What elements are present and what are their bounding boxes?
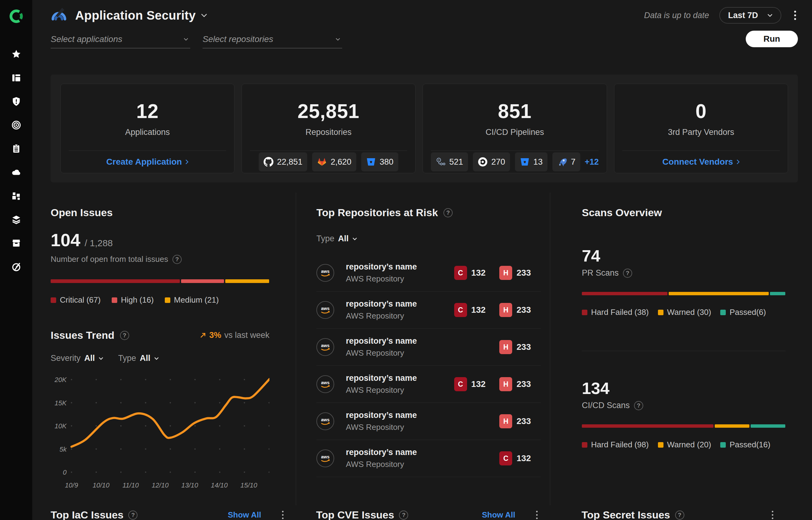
time-range-select[interactable]: Last 7D xyxy=(719,7,781,24)
top-cve-issues-title: Top CVE Issues xyxy=(316,509,394,520)
bitbucket-repos-chip[interactable]: 380 xyxy=(361,152,398,172)
dashboard-icon xyxy=(11,73,22,83)
repo-type-select[interactable]: TypeAll xyxy=(316,234,357,243)
help-icon[interactable]: ? xyxy=(675,511,684,520)
header-right: Data is up to date Last 7D xyxy=(644,7,798,24)
help-icon[interactable]: ? xyxy=(120,331,129,340)
svg-text:10/9: 10/9 xyxy=(65,482,78,489)
applications-select-placeholder: Select applications xyxy=(51,34,183,44)
cve-show-all-link[interactable]: Show All xyxy=(482,510,515,520)
repositories-label: Repositories xyxy=(305,128,351,137)
page-header: Application Security Data is up to date … xyxy=(51,0,798,31)
scans-overview-title: Scans Overview xyxy=(582,207,662,218)
open-issues-panel: Open Issues 104 / 1,288 Number of open f… xyxy=(51,192,296,505)
azure-pipelines-chip[interactable]: 7 xyxy=(552,152,580,172)
help-icon[interactable]: ? xyxy=(172,255,182,264)
chevron-down-icon xyxy=(352,237,357,240)
aws-avatar-icon: aws xyxy=(316,412,334,430)
help-icon[interactable]: ? xyxy=(128,511,138,520)
legend-passed: Passed(6) xyxy=(720,308,766,317)
create-application-link[interactable]: Create Application xyxy=(106,157,189,167)
header-more-menu[interactable] xyxy=(792,9,798,22)
pr-scans-count: 74 xyxy=(582,246,786,265)
data-status-text: Data is up to date xyxy=(644,11,709,20)
circleci-icon xyxy=(478,157,488,167)
svg-text:aws: aws xyxy=(321,454,329,459)
sidebar-item-layers[interactable] xyxy=(0,208,32,231)
top-secret-issues-header: Top Secret Issues? xyxy=(550,505,798,520)
repo-name: repository’s name xyxy=(346,411,417,420)
time-range-value: Last 7D xyxy=(728,11,758,20)
github-actions-chip[interactable]: 521 xyxy=(431,152,468,172)
sidebar-item-reports[interactable] xyxy=(0,137,32,160)
applications-card: 12 Applications Create Application xyxy=(60,84,235,173)
title-chevron-down-icon[interactable] xyxy=(201,13,207,18)
bottom-sections: Top IaC Issues? Show All Top CVE Issues?… xyxy=(51,505,798,520)
sidebar xyxy=(0,0,32,520)
bitbucket-pipelines-chip[interactable]: 13 xyxy=(515,152,547,172)
svg-text:0: 0 xyxy=(63,468,67,476)
module-gauge-icon xyxy=(51,6,67,24)
repositories-select[interactable]: Select repositories xyxy=(202,31,342,48)
help-icon[interactable]: ? xyxy=(443,208,453,217)
repo-row[interactable]: aws repository’s nameAWS Repository C132… xyxy=(316,366,541,403)
connect-vendors-link[interactable]: Connect Vendors xyxy=(662,157,740,167)
repo-row[interactable]: aws repository’s nameAWS Repository H233 xyxy=(316,329,541,366)
secrets-more-menu[interactable] xyxy=(770,509,775,520)
svg-text:aws: aws xyxy=(321,343,329,348)
sidebar-item-security-alerts[interactable] xyxy=(0,89,32,113)
sidebar-item-marketplace[interactable] xyxy=(0,231,32,255)
severity-filter-select[interactable]: SeverityAll xyxy=(51,354,103,363)
help-icon[interactable]: ? xyxy=(634,401,643,410)
open-issues-subtitle: Number of open from total issues xyxy=(51,255,168,264)
gitlab-icon xyxy=(317,157,327,167)
open-issues-total: / 1,288 xyxy=(85,238,113,248)
repo-row[interactable]: aws repository’s nameAWS Repository H233 xyxy=(316,403,541,440)
help-icon[interactable]: ? xyxy=(623,268,632,278)
repo-row[interactable]: aws repository’s nameAWS Repository C132… xyxy=(316,255,541,292)
legend-critical: Critical (67) xyxy=(51,295,101,305)
help-icon[interactable]: ? xyxy=(399,511,408,520)
top-iac-issues-title: Top IaC Issues xyxy=(51,509,123,520)
run-button[interactable]: Run xyxy=(746,31,798,47)
type-filter-select[interactable]: TypeAll xyxy=(118,354,159,363)
iac-show-all-link[interactable]: Show All xyxy=(228,510,261,520)
top-repos-title-row: Top Repositories at Risk ? xyxy=(316,207,541,218)
sidebar-item-gauge[interactable] xyxy=(0,255,32,278)
high-badge: H233 xyxy=(499,377,531,391)
applications-select[interactable]: Select applications xyxy=(51,31,190,48)
repositories-chevron-down-icon xyxy=(336,38,340,41)
sidebar-item-dashboard[interactable] xyxy=(0,66,32,89)
sidebar-item-favorites[interactable] xyxy=(0,42,32,66)
svg-text:10/10: 10/10 xyxy=(93,482,110,489)
sidebar-item-cloud[interactable] xyxy=(0,160,32,184)
sidebar-item-targets[interactable] xyxy=(0,113,32,137)
cve-more-menu[interactable] xyxy=(534,509,540,520)
pipelines-more-link[interactable]: +12 xyxy=(585,157,599,167)
repo-row[interactable]: aws repository’s nameAWS Repository C132 xyxy=(316,440,541,477)
legend-warned: Warned (20) xyxy=(658,440,711,449)
repo-row[interactable]: aws repository’s nameAWS Repository C132… xyxy=(316,292,541,329)
sidebar-item-integrations[interactable] xyxy=(0,184,32,208)
bitbucket-icon xyxy=(366,157,376,167)
gitlab-repos-chip[interactable]: 2,620 xyxy=(312,152,356,172)
repo-list: aws repository’s nameAWS Repository C132… xyxy=(316,255,541,477)
blocks-icon xyxy=(11,191,22,201)
app-root: Application Security Data is up to date … xyxy=(0,0,812,520)
circleci-chip[interactable]: 270 xyxy=(473,152,510,172)
github-repos-chip[interactable]: 22,851 xyxy=(259,152,307,172)
chevron-down-icon xyxy=(154,357,159,360)
trend-filters: SeverityAll TypeAll xyxy=(51,354,269,363)
svg-text:14/10: 14/10 xyxy=(211,482,228,489)
circleci-count: 270 xyxy=(491,157,505,167)
iac-more-menu[interactable] xyxy=(280,509,286,520)
stats-strip: 12 Applications Create Application 25,85… xyxy=(51,75,798,182)
svg-text:aws: aws xyxy=(321,417,329,422)
high-badge: H233 xyxy=(499,303,531,317)
brand-logo-icon[interactable] xyxy=(9,9,23,25)
svg-text:5k: 5k xyxy=(59,445,67,453)
azure-pipelines-count: 7 xyxy=(571,157,575,167)
pr-scans-legend: Hard Failed (38) Warned (30) Passed(6) xyxy=(582,308,786,317)
target-icon xyxy=(11,120,22,130)
applications-label: Applications xyxy=(125,128,170,137)
